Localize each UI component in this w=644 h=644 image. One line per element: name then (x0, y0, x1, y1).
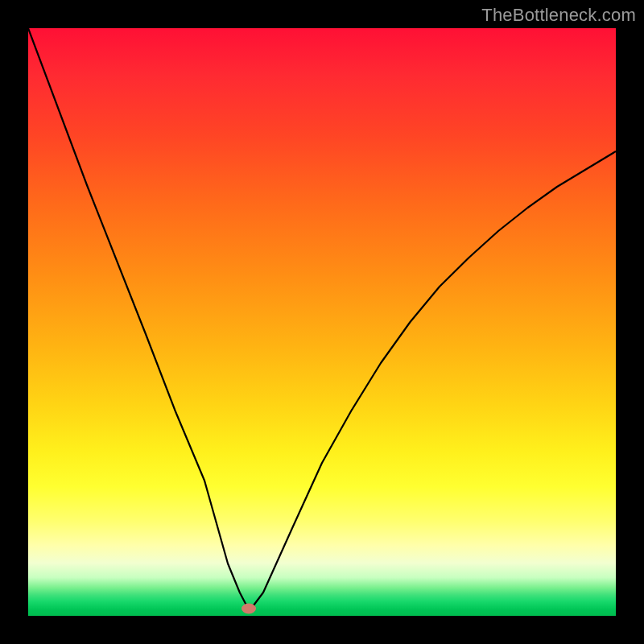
plot-area (28, 28, 616, 616)
watermark-text: TheBottleneck.com (481, 5, 636, 26)
chart-frame: TheBottleneck.com (0, 0, 644, 644)
optimal-point-marker (242, 604, 256, 614)
bottleneck-curve-path (28, 28, 616, 609)
curve-svg (28, 28, 616, 616)
